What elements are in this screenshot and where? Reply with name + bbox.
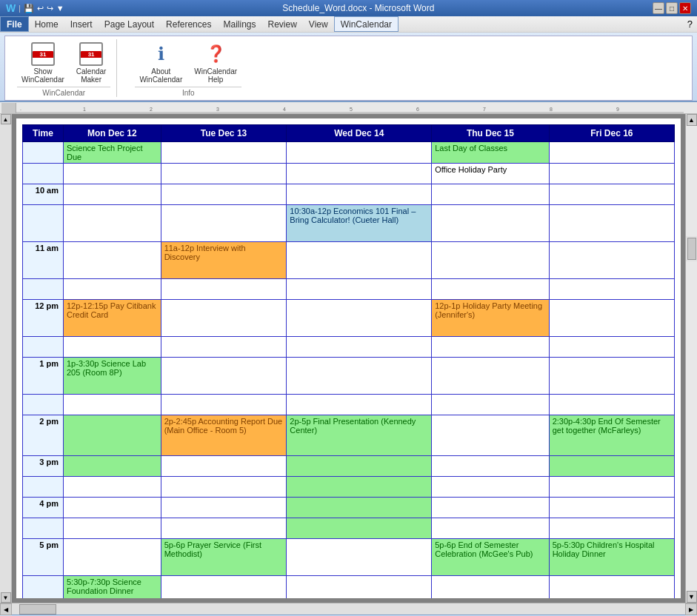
about-wincalendar-button[interactable]: ℹ AboutWinCalendar: [135, 39, 187, 87]
menu-view[interactable]: View: [303, 16, 334, 32]
event-cell: Last Day of Classes: [432, 142, 549, 164]
title-bar-left: W | 💾 ↩ ↪ ▼: [6, 2, 64, 14]
empty-cell: [287, 539, 432, 576]
empty-cell: [287, 477, 432, 498]
empty-cell: [549, 456, 674, 477]
close-button[interactable]: ✕: [679, 2, 691, 14]
table-row: 3 pm: [23, 456, 675, 477]
table-row: [23, 518, 675, 539]
empty-cell: [432, 576, 549, 599]
empty-cell: [549, 518, 674, 539]
empty-cell: [549, 279, 674, 300]
time-cell: 3 pm: [23, 456, 64, 477]
scroll-down-button[interactable]: ▼: [687, 591, 697, 603]
event-cell: 5:30p-7:30p Science Foundation Dinner: [64, 576, 161, 599]
empty-cell: [432, 518, 549, 539]
quick-access-save[interactable]: 💾: [24, 4, 34, 13]
time-cell: 12 pm: [23, 300, 64, 337]
wincalendar-help-button[interactable]: ❓ WinCalendarHelp: [190, 39, 241, 87]
table-row: [23, 279, 675, 300]
empty-cell: [287, 395, 432, 415]
empty-cell: [432, 184, 549, 205]
calendar-maker-button[interactable]: 31 CalendarMaker: [72, 39, 111, 87]
empty-cell: [64, 337, 161, 358]
minimize-button[interactable]: —: [653, 2, 664, 14]
show-wincalendar-button[interactable]: 31 ShowWinCalendar: [17, 39, 69, 87]
menu-mailings[interactable]: Mailings: [217, 16, 261, 32]
table-row: 12 pm 12p-12:15p Pay Citibank Credit Car…: [23, 300, 675, 337]
table-row: Science Tech Project Due Last Day of Cla…: [23, 142, 675, 164]
wincalendar-help-icon: ❓: [204, 42, 227, 66]
ribbon-group-info: ℹ AboutWinCalendar ❓ WinCalendarHelp Inf…: [129, 39, 247, 97]
header-thu: Thu Dec 15: [432, 125, 549, 142]
table-row: 10 am: [23, 184, 675, 205]
event-cell: Science Tech Project Due: [64, 142, 161, 164]
empty-cell: [287, 279, 432, 300]
time-cell: [23, 205, 64, 242]
empty-cell: [64, 164, 161, 184]
window-title: Schedule_Word.docx - Microsoft Word: [282, 3, 434, 13]
menu-file[interactable]: File: [0, 16, 29, 32]
ribbon-group-items: 31 ShowWinCalendar 31 CalendarMaker: [17, 39, 110, 87]
table-row: 11 am 11a-12p Interview with Discovery: [23, 242, 675, 279]
empty-cell: [549, 477, 674, 498]
vertical-scrollbar[interactable]: ▲ ▼: [685, 114, 697, 603]
empty-cell: [161, 142, 287, 164]
svg-text:8: 8: [550, 107, 553, 112]
empty-cell: [161, 456, 287, 477]
table-row: [23, 337, 675, 358]
scroll-left-button[interactable]: ◀: [0, 603, 12, 615]
maximize-button[interactable]: □: [666, 2, 678, 14]
time-cell: 1 pm: [23, 358, 64, 395]
quick-access-custom[interactable]: ▼: [56, 4, 64, 13]
ribbon-info-items: ℹ AboutWinCalendar ❓ WinCalendarHelp: [135, 39, 241, 87]
header-wed: Wed Dec 14: [287, 125, 432, 142]
window-controls[interactable]: — □ ✕: [653, 2, 691, 14]
empty-cell: [161, 300, 287, 337]
svg-text:2: 2: [150, 107, 153, 112]
empty-cell: [64, 395, 161, 415]
doc-area: ▲ ▼ Time Mon Dec 12 Tue Dec 13 Wed Dec 1…: [0, 114, 697, 603]
empty-cell: [161, 477, 287, 498]
empty-cell: [287, 300, 432, 337]
empty-cell: [432, 358, 549, 395]
menu-page-layout[interactable]: Page Layout: [99, 16, 160, 32]
empty-cell: [549, 395, 674, 415]
menu-references[interactable]: References: [160, 16, 217, 32]
menu-wincalendar[interactable]: WinCalendar: [334, 16, 398, 32]
empty-cell: [64, 477, 161, 498]
about-wincalendar-icon: ℹ: [149, 42, 173, 66]
scroll-thumb[interactable]: [687, 238, 696, 260]
vertical-scrollbar-left[interactable]: ▲ ▼: [0, 114, 12, 603]
quick-access-redo[interactable]: ↪: [47, 4, 53, 13]
scroll-right-button[interactable]: ▶: [685, 603, 697, 615]
empty-cell: [287, 358, 432, 395]
empty-cell: [287, 142, 432, 164]
ruler: . 1 2 3 4 5 6 7 8 9: [0, 102, 697, 114]
calendar-maker-label: CalendarMaker: [76, 67, 107, 84]
empty-cell: [549, 205, 674, 242]
empty-cell: [432, 477, 549, 498]
calendar-maker-icon: 31: [79, 42, 103, 66]
quick-access-undo[interactable]: ↩: [37, 4, 44, 13]
h-scroll-thumb[interactable]: [19, 604, 56, 615]
empty-cell: [161, 518, 287, 539]
scroll-up-button[interactable]: ▲: [687, 114, 697, 126]
empty-cell: [549, 358, 674, 395]
menu-home[interactable]: Home: [29, 16, 64, 32]
empty-cell: [161, 205, 287, 242]
calendar-header-row: Time Mon Dec 12 Tue Dec 13 Wed Dec 14 Th…: [23, 125, 675, 142]
svg-text:1: 1: [83, 107, 86, 112]
help-icon[interactable]: ?: [687, 19, 693, 30]
menu-review[interactable]: Review: [261, 16, 302, 32]
table-row: Office Holiday Party: [23, 164, 675, 184]
event-cell: 2p-5p Final Presentation (Kennedy Center…: [287, 415, 432, 456]
h-scroll-track[interactable]: [12, 603, 685, 615]
empty-cell: [432, 395, 549, 415]
empty-cell: [161, 395, 287, 415]
menu-insert[interactable]: Insert: [64, 16, 99, 32]
empty-cell: [549, 184, 674, 205]
doc-scroll-area[interactable]: Time Mon Dec 12 Tue Dec 13 Wed Dec 14 Th…: [12, 114, 685, 603]
time-cell: 4 pm: [23, 498, 64, 518]
ribbon: 31 ShowWinCalendar 31 CalendarMaker WinC…: [0, 33, 697, 102]
